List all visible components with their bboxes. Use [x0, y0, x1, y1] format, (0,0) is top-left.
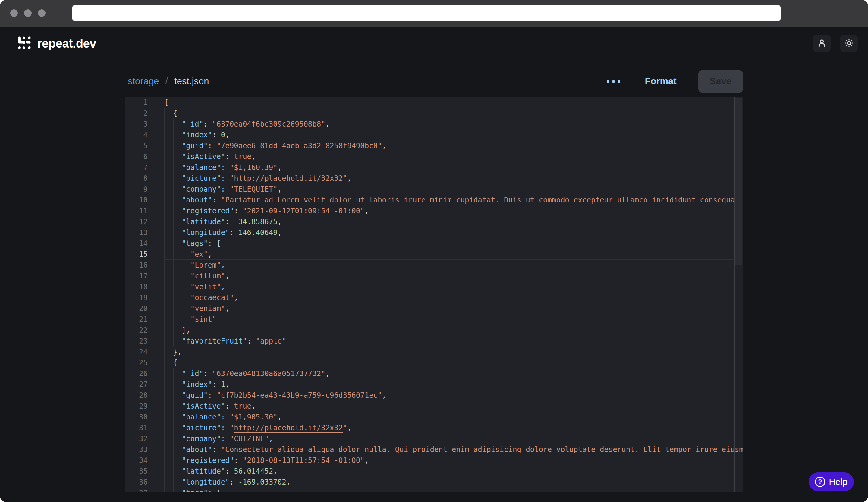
editor-scrollbar-thumb[interactable] — [735, 98, 742, 265]
format-button[interactable]: Format — [645, 76, 676, 87]
line-number[interactable]: 20 — [125, 303, 148, 314]
line-number[interactable]: 10 — [125, 195, 148, 206]
save-button[interactable]: Save — [698, 70, 743, 93]
code-line[interactable]: 32 "company": "CUIZINE", — [125, 433, 743, 444]
code-line[interactable]: 27 "index": 1, — [125, 379, 743, 390]
line-number[interactable]: 28 — [125, 390, 148, 401]
token-key: "longitude" — [182, 478, 230, 486]
code-line[interactable]: 21 "sint" — [125, 314, 743, 325]
line-number[interactable]: 16 — [125, 260, 148, 271]
line-number[interactable]: 35 — [125, 466, 148, 477]
code-line[interactable]: 15 "ex", — [125, 249, 743, 260]
line-number[interactable]: 24 — [125, 346, 148, 357]
code-line[interactable]: 28 "guid": "cf7b2b54-ea43-43b9-a759-c96d… — [125, 390, 743, 401]
line-number[interactable]: 26 — [125, 368, 148, 379]
code-line[interactable]: 11 "registered": "2021-09-12T01:09:54 -0… — [125, 206, 743, 216]
line-number[interactable]: 32 — [125, 433, 148, 444]
line-number[interactable]: 31 — [125, 422, 148, 433]
code-line[interactable]: 29 "isActive": true, — [125, 401, 743, 411]
help-button[interactable]: ? Help — [809, 472, 854, 491]
token-punctuation — [164, 413, 182, 421]
token-key: "longitude" — [182, 228, 230, 237]
line-number[interactable]: 27 — [125, 379, 148, 390]
line-number[interactable]: 11 — [125, 206, 148, 216]
line-number[interactable]: 15 — [125, 249, 148, 260]
line-number[interactable]: 25 — [125, 357, 148, 368]
line-number[interactable]: 3 — [125, 119, 148, 129]
code-line[interactable]: 35 "latitude": 56.014452, — [125, 466, 743, 477]
code-line[interactable]: 33 "about": "Consectetur aliqua aliqua d… — [125, 444, 743, 455]
code-line[interactable]: 17 "cillum", — [125, 271, 743, 281]
more-options-button[interactable] — [604, 77, 623, 86]
user-account-button[interactable] — [813, 35, 831, 52]
code-line[interactable]: 8 "picture": "http://placehold.it/32x32"… — [125, 173, 743, 184]
code-line[interactable]: 36 "longitude": -169.033702, — [125, 477, 743, 488]
breadcrumb-storage-link[interactable]: storage — [128, 76, 159, 87]
code-line[interactable]: 9 "company": "TELEQUIET", — [125, 184, 743, 195]
line-number[interactable]: 7 — [125, 162, 148, 173]
line-number[interactable]: 1 — [125, 97, 148, 108]
token-number: 56.014452 — [234, 467, 273, 475]
code-line[interactable]: 12 "latitude": -34.858675, — [125, 216, 743, 227]
code-line[interactable]: 37 "tags": [ — [125, 488, 743, 492]
line-number[interactable]: 6 — [125, 151, 148, 162]
window-control-dot[interactable] — [24, 9, 32, 17]
code-line[interactable]: 5 "guid": "7e90aee6-81dd-4aeb-a3d2-8258f… — [125, 140, 743, 151]
code-line[interactable]: 23 "favoriteFruit": "apple" — [125, 336, 743, 346]
line-number[interactable]: 36 — [125, 477, 148, 488]
window-control-dot[interactable] — [38, 9, 45, 17]
code-line[interactable]: 14 "tags": [ — [125, 238, 743, 249]
line-number[interactable]: 18 — [125, 281, 148, 292]
code-line[interactable]: 6 "isActive": true, — [125, 151, 743, 162]
code-line[interactable]: 20 "veniam", — [125, 303, 743, 314]
token-punctuation — [164, 391, 182, 399]
code-line[interactable]: 19 "occaecat", — [125, 292, 743, 303]
window-control-dot[interactable] — [10, 9, 18, 17]
token-link[interactable]: http://placehold.it/32x32 — [234, 423, 343, 432]
line-number[interactable]: 17 — [125, 271, 148, 281]
line-number[interactable]: 23 — [125, 336, 148, 346]
line-number[interactable]: 21 — [125, 314, 148, 325]
browser-chrome — [0, 0, 868, 27]
code-line[interactable]: 2 { — [125, 108, 743, 119]
line-number[interactable]: 30 — [125, 411, 148, 422]
theme-toggle-button[interactable] — [840, 35, 858, 52]
line-number[interactable]: 12 — [125, 216, 148, 227]
line-number[interactable]: 5 — [125, 140, 148, 151]
line-number[interactable]: 29 — [125, 401, 148, 411]
code-line[interactable]: 4 "index": 0, — [125, 129, 743, 140]
code-line[interactable]: 22 ], — [125, 325, 743, 336]
code-line[interactable]: 10 "about": "Pariatur ad Lorem velit dol… — [125, 195, 743, 206]
line-number[interactable]: 8 — [125, 173, 148, 184]
json-code-editor[interactable]: 1[2 {3 "_id": "6370ea04f6bc309c269508b8"… — [125, 97, 743, 492]
code-line[interactable]: 26 "_id": "6370ea048130a6a051737732", — [125, 368, 743, 379]
code-line[interactable]: 30 "balance": "$1,905.30", — [125, 411, 743, 422]
line-number[interactable]: 34 — [125, 455, 148, 466]
browser-address-bar[interactable] — [72, 5, 781, 21]
code-line[interactable]: 13 "longitude": 146.40649, — [125, 227, 743, 238]
code-line[interactable]: 3 "_id": "6370ea04f6bc309c269508b8", — [125, 119, 743, 129]
code-line[interactable]: 25 { — [125, 357, 743, 368]
token-key: "company" — [182, 435, 221, 443]
line-number[interactable]: 2 — [125, 108, 148, 119]
code-line[interactable]: 34 "registered": "2018-08-13T11:57:54 -0… — [125, 455, 743, 466]
token-key: "index" — [182, 131, 212, 139]
line-number[interactable]: 13 — [125, 227, 148, 238]
token-punctuation — [164, 142, 182, 150]
code-line[interactable]: 18 "velit", — [125, 281, 743, 292]
token-link[interactable]: http://placehold.it/32x32 — [234, 174, 343, 182]
code-line[interactable]: 16 "Lorem", — [125, 260, 743, 271]
code-line[interactable]: 7 "balance": "$1,160.39", — [125, 162, 743, 173]
code-line[interactable]: 24 }, — [125, 346, 743, 357]
token-punctuation: , — [278, 163, 282, 172]
code-line[interactable]: 31 "picture": "http://placehold.it/32x32… — [125, 422, 743, 433]
line-number[interactable]: 14 — [125, 238, 148, 249]
line-number[interactable]: 22 — [125, 325, 148, 336]
line-number[interactable]: 19 — [125, 292, 148, 303]
line-number[interactable]: 33 — [125, 444, 148, 455]
token-punctuation: : — [221, 423, 230, 432]
line-number[interactable]: 9 — [125, 184, 148, 195]
code-line[interactable]: 1[ — [125, 97, 743, 108]
line-number[interactable]: 4 — [125, 129, 148, 140]
line-number[interactable]: 37 — [125, 488, 148, 492]
